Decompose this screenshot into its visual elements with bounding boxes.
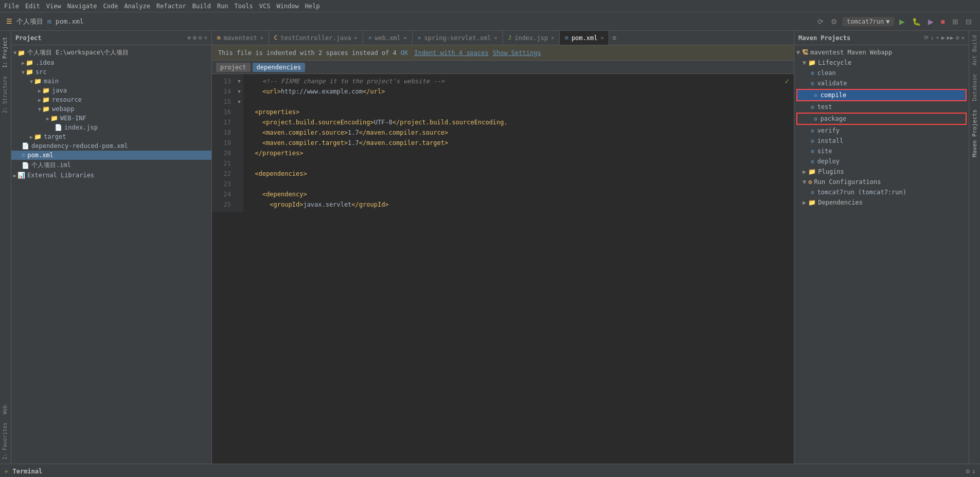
tree-item-ext-lib[interactable]: ▶ 📊 External Libraries [11,171,211,180]
tab-webxml[interactable]: ✕ web.xml ✕ [363,31,413,45]
debug-button[interactable]: 🐛 [910,16,923,27]
menu-refactor[interactable]: Refactor [156,3,186,10]
tab-close[interactable]: ✕ [404,35,407,41]
tab-ant-build[interactable]: Ant Build [969,31,980,70]
maven-item-validate[interactable]: ⚙ validate [794,78,969,88]
collapse-button[interactable]: ⊟ [964,16,974,27]
maven-item-clean[interactable]: ⚙ clean [794,68,969,78]
maven-item-install[interactable]: ⚙ install [794,136,969,146]
menu-edit[interactable]: Edit [25,3,40,10]
menu-window[interactable]: Window [276,3,298,10]
settings-icon[interactable]: ⚙ [199,34,202,41]
notification-settings[interactable]: Show Settings [493,49,541,57]
expand-button[interactable]: ⊞ [950,16,960,27]
tab-close[interactable]: ✕ [354,35,358,41]
code-editor[interactable]: ✓ 13 14 15 16 17 18 19 20 21 22 23 24 25 [212,74,794,464]
menu-file[interactable]: File [4,3,19,10]
expand-all-icon[interactable]: ⊞ [193,34,197,41]
maven-item-test[interactable]: ⚙ test [794,102,969,112]
maven-item-deploy[interactable]: ⚙ deploy [794,156,969,167]
breadcrumb-dependencies[interactable]: dependencies [253,63,306,72]
tree-label: main [44,78,59,85]
maven-plugins[interactable]: ▶ 📁 Plugins [794,167,969,177]
maven-item-verify[interactable]: ⚙ verify [794,125,969,136]
menu-tools[interactable]: Tools [235,3,253,10]
tree-item-indexjsp[interactable]: 📄 index.jsp [11,123,211,132]
left-sidebar-tabs: 1: Project 2: Structure Web 2: Favorites [0,31,11,464]
locate-icon[interactable]: ⊕ [188,34,191,41]
tab-maventest[interactable]: m maventest ✕ [212,31,269,45]
terminal-settings-icon[interactable]: ⚙ [966,467,970,475]
tab-project[interactable]: 1: Project [0,33,11,72]
plugins-icon: 📁 [808,168,816,175]
settings-button[interactable]: ⚙ [829,16,840,27]
tree-item-java[interactable]: ▶ 📁 java [11,86,211,95]
menu-vcs[interactable]: VCS [259,3,271,10]
maven-close-icon[interactable]: ✕ [961,34,965,41]
coverage-button[interactable]: ▶ [926,16,936,27]
maven-item-tomcat7run[interactable]: ⚙ tomcat7run (tomcat7:run) [794,187,969,197]
tab-pomxml[interactable]: m pom.xml ✕ [560,31,609,45]
folder-icon: 📁 [34,133,42,140]
run-config-selector[interactable]: tomcat7run ▼ [843,17,894,26]
maven-root[interactable]: ▼ 🏗 maventest Maven Webapp [794,47,969,58]
menu-help[interactable]: Help [305,3,320,10]
maven-debug-icon[interactable]: ▶▶ [947,34,954,41]
maven-lifecycle[interactable]: ▼ 📁 Lifecycle [794,58,969,68]
tree-item-idea[interactable]: ▶ 📁 .idea [11,58,211,67]
tab-favorites[interactable]: 2: Favorites [0,418,11,464]
sync-button[interactable]: ⟳ [815,16,826,27]
tree-item-main[interactable]: ▼ 📁 main [11,77,211,86]
tab-web[interactable]: Web [0,401,11,418]
tab-close[interactable]: ✕ [551,35,554,41]
menu-view[interactable]: View [46,3,61,10]
tab-database[interactable]: Database [969,70,980,105]
tab-close[interactable]: ✕ [600,35,603,41]
terminal-add-btn[interactable]: + [4,467,8,475]
tab-springservlet[interactable]: ✕ spring-servlet.xml ✕ [413,31,503,45]
tree-item-webinf[interactable]: ▶ 📁 WEB-INF [11,114,211,123]
terminal-download-icon[interactable]: ↓ [972,467,976,475]
menu-analyze[interactable]: Analyze [124,3,150,10]
maven-dependencies[interactable]: ▶ 📁 Dependencies [794,197,969,208]
breadcrumb-project[interactable]: project [216,63,251,72]
tab-close[interactable]: ✕ [494,35,497,41]
stop-button[interactable]: ■ [939,16,947,27]
terminal-title: Terminal [12,468,42,475]
tree-item-dep-pom[interactable]: 📄 dependency-reduced-pom.xml [11,141,211,151]
tab-icon: C [274,34,278,41]
maven-run-configs[interactable]: ▼ ⚙ Run Configurations [794,177,969,187]
tree-item-webapp[interactable]: ▼ 📁 webapp [11,104,211,114]
maven-run-icon[interactable]: ▶ [941,34,945,41]
code-content[interactable]: <!-- FIXME change it to the project's we… [243,74,794,212]
tree-item-resource[interactable]: ▶ 📁 resource [11,95,211,104]
tab-overflow[interactable]: ≡ [609,34,619,42]
maven-item-compile[interactable]: ⚙ compile [796,89,967,101]
maven-item-package[interactable]: ⚙ package [796,113,967,125]
tab-close[interactable]: ✕ [260,35,263,41]
tab-testcontroller[interactable]: C testController.java ✕ [269,31,363,45]
tree-item-target[interactable]: ▶ 📁 target [11,132,211,141]
notification-ok[interactable]: OK [401,49,408,57]
tab-maven-projects[interactable]: Maven Projects [969,105,980,161]
menu-run[interactable]: Run [217,3,228,10]
menu-code[interactable]: Code [103,3,118,10]
maven-add-icon[interactable]: + [936,34,939,41]
notification-action[interactable]: Indent with 4 spaces [414,49,489,57]
tree-item-pomxml[interactable]: m pom.xml [11,151,211,160]
code-line-20: </properties> [247,148,790,158]
tab-indexjsp[interactable]: J index.jsp ✕ [503,31,560,45]
tree-item-iml[interactable]: 📄 个人项目.iml [11,160,211,171]
maven-reimport-icon[interactable]: ↓ [931,34,934,41]
tree-item-src[interactable]: ▼ 📁 src [11,67,211,77]
menu-build[interactable]: Build [192,3,211,10]
gear-icon: ⚙ [814,116,817,122]
maven-item-site[interactable]: ⚙ site [794,146,969,156]
maven-refresh-icon[interactable]: ⟳ [924,34,929,41]
maven-settings-icon[interactable]: ⚙ [956,34,959,41]
tab-structure[interactable]: 2: Structure [0,72,11,117]
tree-item-root[interactable]: ▼ 📁 个人项目 E:\workspace\个人项目 [11,47,211,58]
close-panel-icon[interactable]: ✕ [204,34,207,41]
run-button[interactable]: ▶ [897,16,907,27]
menu-navigate[interactable]: Navigate [67,3,97,10]
